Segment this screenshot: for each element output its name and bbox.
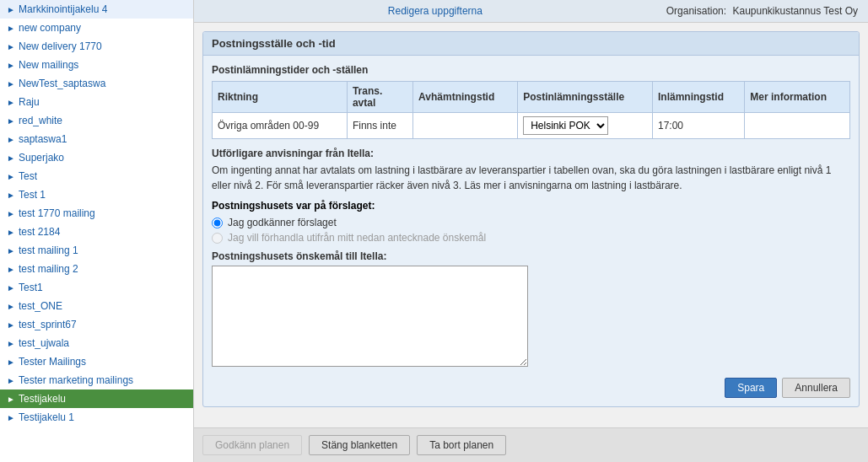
bottom-bar: Godkänn planen Stäng blanketten Ta bort … xyxy=(194,427,868,462)
table-row: Övriga områden 00-99 Finns inte Helsinki… xyxy=(213,113,850,139)
sidebar-arrow-icon: ► xyxy=(7,283,15,292)
sidebar-item-label: Test1 xyxy=(19,282,43,293)
sidebar-item-tester-mailings[interactable]: ►Tester Mailings xyxy=(0,352,193,371)
col-trans: Trans.avtal xyxy=(347,82,412,113)
sidebar-item-test[interactable]: ►Test xyxy=(0,167,193,185)
save-button[interactable]: Spara xyxy=(725,378,777,398)
sidebar-item-label: test mailing 2 xyxy=(19,263,78,275)
sidebar-item-label: test 1770 mailing xyxy=(19,207,95,219)
cell-postinlamning: Helsinki POKHelsinki 1Helsinki 2 xyxy=(518,113,653,139)
sidebar-arrow-icon: ► xyxy=(7,79,15,88)
sidebar-item-label: red_white xyxy=(19,115,62,126)
info-section: Utförligare anvisningar från Itella: Om … xyxy=(212,148,850,193)
sidebar-item-test-one[interactable]: ►test_ONE xyxy=(0,297,193,315)
sidebar-item-label: Testijakelu xyxy=(19,393,66,405)
sidebar-arrow-icon: ► xyxy=(7,395,15,403)
sidebar-item-test-ujwala[interactable]: ►test_ujwala xyxy=(0,334,193,352)
close-form-button[interactable]: Stäng blanketten xyxy=(309,435,410,455)
org-value: Kaupunkikustannus Test Oy xyxy=(732,5,858,17)
col-inlamning: Inlämningstid xyxy=(653,82,745,113)
sidebar-arrow-icon: ► xyxy=(7,265,15,273)
sidebar-item-superjako[interactable]: ►Superjako xyxy=(0,148,193,167)
sidebar-item-new-delivery-1770[interactable]: ►New delivery 1770 xyxy=(0,37,193,56)
sidebar-item-test-mailing-1[interactable]: ►test mailing 1 xyxy=(0,241,193,260)
sidebar-item-testijakelu[interactable]: ►Testijakelu xyxy=(0,389,193,408)
sidebar-item-label: new company xyxy=(19,22,81,34)
sidebar-arrow-icon: ► xyxy=(7,376,15,384)
sidebar-item-newtest-saptaswa[interactable]: ►NewTest_saptaswa xyxy=(0,74,193,93)
sidebar-item-saptaswa1[interactable]: ►saptaswa1 xyxy=(0,130,193,148)
cell-mer xyxy=(745,113,850,139)
sidebar-arrow-icon: ► xyxy=(7,357,15,366)
sidebar-arrow-icon: ► xyxy=(7,24,15,32)
sidebar-item-label: Raju xyxy=(19,96,40,108)
cancel-button[interactable]: Annullera xyxy=(782,378,850,398)
sidebar-item-new-company[interactable]: ►new company xyxy=(0,19,193,37)
cell-avhamtning xyxy=(413,113,518,139)
edit-link[interactable]: Redigera uppgifterna xyxy=(388,5,483,17)
sidebar-arrow-icon: ► xyxy=(7,339,15,347)
sidebar-arrow-icon: ► xyxy=(7,209,15,218)
col-mer: Mer information xyxy=(745,82,850,113)
sidebar-item-test-mailing-2[interactable]: ►test mailing 2 xyxy=(0,260,193,278)
sidebar-item-label: test_ujwala xyxy=(19,337,69,349)
sidebar-item-label: Test xyxy=(19,170,37,182)
sidebar: ►Markkinointijakelu 4►new company►New de… xyxy=(0,0,194,462)
radio-accept-radio[interactable] xyxy=(212,218,223,228)
sidebar-item-test1[interactable]: ►Test1 xyxy=(0,278,193,297)
wishes-section: Postningshusets önskemål till Itella: xyxy=(212,250,850,369)
sidebar-arrow-icon: ► xyxy=(7,413,15,422)
radio-option-radio-accept[interactable]: Jag godkänner förslaget xyxy=(212,217,850,228)
org-info: Organisation: Kaupunkikustannus Test Oy xyxy=(666,5,858,17)
sidebar-item-test-sprint67[interactable]: ►test_sprint67 xyxy=(0,315,193,334)
sidebar-arrow-icon: ► xyxy=(7,320,15,329)
radio-accept-label: Jag godkänner förslaget xyxy=(228,217,337,228)
sidebar-arrow-icon: ► xyxy=(7,98,15,106)
sidebar-item-test-2184[interactable]: ►test 2184 xyxy=(0,223,193,241)
sidebar-item-label: test mailing 1 xyxy=(19,244,78,256)
postinlamning-dropdown[interactable]: Helsinki POKHelsinki 1Helsinki 2 xyxy=(523,116,608,135)
cell-trans: Finns inte xyxy=(347,113,412,139)
sidebar-arrow-icon: ► xyxy=(7,246,15,255)
post-card: Postningsställe och -tid Postinlämningst… xyxy=(202,31,860,407)
col-riktning: Riktning xyxy=(213,82,348,113)
sidebar-arrow-icon: ► xyxy=(7,153,15,162)
sidebar-item-test-1[interactable]: ►Test 1 xyxy=(0,185,193,204)
table-section-title: Postinlämningstider och -ställen xyxy=(212,64,850,76)
sidebar-item-label: Markkinointijakelu 4 xyxy=(19,3,107,15)
card-header: Postningsställe och -tid xyxy=(203,32,859,56)
approve-plan-button[interactable]: Godkänn planen xyxy=(202,435,302,455)
proposal-section: Postningshusets var på förslaget: Jag go… xyxy=(212,200,850,244)
sidebar-arrow-icon: ► xyxy=(7,172,15,180)
sidebar-item-label: Tester Mailings xyxy=(19,356,86,368)
proposal-title: Postningshusets var på förslaget: xyxy=(212,200,850,212)
org-label: Organisation: xyxy=(666,5,726,17)
sidebar-item-tester-marketing-mailings[interactable]: ►Tester marketing mailings xyxy=(0,371,193,389)
sidebar-item-test-1770-mailing[interactable]: ►test 1770 mailing xyxy=(0,204,193,223)
sidebar-arrow-icon: ► xyxy=(7,228,15,236)
sidebar-arrow-icon: ► xyxy=(7,191,15,199)
sidebar-item-red-white[interactable]: ►red_white xyxy=(0,111,193,130)
instructions-title: Utförligare anvisningar från Itella: xyxy=(212,148,850,159)
card-body: Postinlämningstider och -ställen Riktnin… xyxy=(203,56,859,406)
wishes-textarea[interactable] xyxy=(212,266,528,367)
instructions-text: Om ingenting annat har avtalats om lastn… xyxy=(212,163,850,193)
cell-riktning: Övriga områden 00-99 xyxy=(213,113,348,139)
sidebar-item-markkinointijakelu4[interactable]: ►Markkinointijakelu 4 xyxy=(0,0,193,19)
radio-option-radio-negotiate[interactable]: Jag vill förhandla utifrån mitt nedan an… xyxy=(212,232,850,244)
sidebar-arrow-icon: ► xyxy=(7,135,15,143)
sidebar-item-raju[interactable]: ►Raju xyxy=(0,93,193,111)
sidebar-item-label: New mailings xyxy=(19,59,78,71)
sidebar-item-label: Testijakelu 1 xyxy=(19,411,74,423)
col-postinlamning: Postinlämningsställe xyxy=(518,82,653,113)
col-avhamtning: Avhämtningstid xyxy=(413,82,518,113)
sidebar-arrow-icon: ► xyxy=(7,42,15,51)
delete-plan-button[interactable]: Ta bort planen xyxy=(417,435,506,455)
sidebar-item-label: Tester marketing mailings xyxy=(19,374,133,386)
sidebar-item-label: Test 1 xyxy=(19,189,46,201)
sidebar-item-new-mailings[interactable]: ►New mailings xyxy=(0,56,193,74)
sidebar-item-label: test_ONE xyxy=(19,300,62,312)
sidebar-item-label: test 2184 xyxy=(19,226,60,238)
save-cancel-row: Spara Annullera xyxy=(212,378,850,398)
sidebar-item-testijakelu-1[interactable]: ►Testijakelu 1 xyxy=(0,408,193,427)
